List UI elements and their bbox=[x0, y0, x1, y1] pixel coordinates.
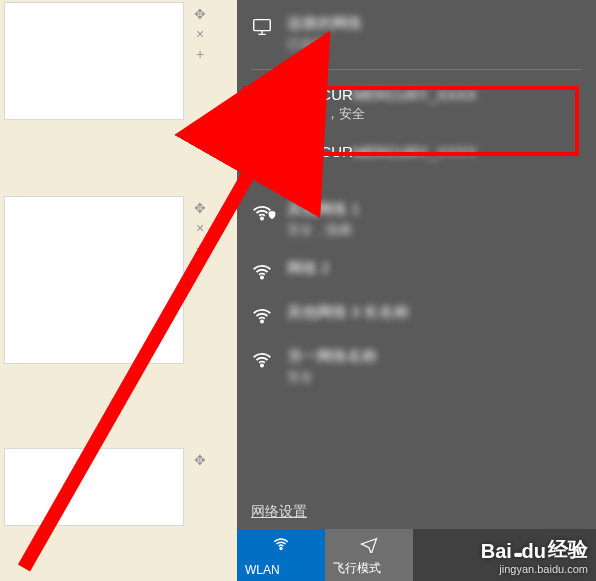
network-item[interactable]: 其他网络 1 安全，隐藏 bbox=[237, 190, 596, 249]
svg-point-4 bbox=[261, 276, 263, 278]
svg-point-2 bbox=[261, 160, 263, 162]
add-icon[interactable]: + bbox=[191, 45, 209, 63]
doc-block[interactable]: ✥ × + bbox=[4, 196, 184, 364]
network-status: 已连接 bbox=[287, 35, 362, 53]
network-settings-link[interactable]: 网络设置 bbox=[251, 503, 307, 521]
network-status: 安全 bbox=[287, 368, 377, 386]
move-handle-icon[interactable]: ✥ bbox=[191, 199, 209, 217]
move-handle-icon[interactable]: ✥ bbox=[191, 451, 209, 469]
airplane-icon bbox=[333, 535, 405, 553]
network-item[interactable]: MERCURMERCURY_YYYY 安全 bbox=[237, 133, 596, 190]
svg-point-7 bbox=[280, 548, 282, 550]
watermark-url: jingyan.baidu.com bbox=[481, 563, 588, 575]
wlan-tile[interactable]: WLAN bbox=[237, 529, 325, 581]
watermark-brand: Bai bbox=[481, 540, 512, 563]
svg-point-3 bbox=[261, 217, 263, 219]
wifi-icon bbox=[251, 305, 273, 327]
watermark: Bai ••• du 经验 jingyan.baidu.com bbox=[481, 536, 588, 575]
wifi-icon bbox=[245, 535, 317, 553]
network-status: 已连接，安全 bbox=[287, 105, 477, 123]
doc-block[interactable]: ✥ bbox=[4, 448, 184, 526]
tile-label: WLAN bbox=[245, 563, 317, 577]
network-flyout-panel: 连接的网络 已连接 MERCURMERCURY_XXXX 已连接，安全 MERC… bbox=[237, 0, 596, 581]
add-icon[interactable]: + bbox=[191, 239, 209, 257]
network-item[interactable]: 网络 2 bbox=[237, 249, 596, 293]
doc-block[interactable]: ✥ × + bbox=[4, 2, 184, 120]
wifi-icon bbox=[251, 145, 273, 167]
paw-icon: ••• bbox=[514, 547, 520, 563]
svg-rect-0 bbox=[254, 20, 271, 31]
move-handle-icon[interactable]: ✥ bbox=[191, 5, 209, 23]
svg-point-5 bbox=[261, 320, 263, 322]
svg-point-6 bbox=[261, 364, 263, 366]
network-name: 其他网络 3 长名称 bbox=[287, 303, 409, 322]
wifi-icon bbox=[251, 261, 273, 283]
svg-point-1 bbox=[261, 103, 263, 105]
remove-icon[interactable]: × bbox=[191, 219, 209, 237]
left-editor-area: ✥ × + ✥ × + ✥ bbox=[0, 0, 237, 581]
network-name: MERCURMERCURY_XXXX bbox=[287, 86, 477, 103]
shield-icon bbox=[267, 210, 277, 220]
network-item[interactable]: 另一网络名称 安全 bbox=[237, 337, 596, 396]
divider bbox=[251, 69, 582, 70]
network-item-connected[interactable]: MERCURMERCURY_XXXX 已连接，安全 bbox=[237, 76, 596, 133]
network-status: 安全 bbox=[287, 162, 477, 180]
remove-icon[interactable]: × bbox=[191, 25, 209, 43]
network-item[interactable]: 其他网络 3 长名称 bbox=[237, 293, 596, 337]
network-name: 连接的网络 bbox=[287, 14, 362, 33]
tile-label: 飞行模式 bbox=[333, 560, 405, 577]
airplane-mode-tile[interactable]: 飞行模式 bbox=[325, 529, 413, 581]
wifi-icon bbox=[251, 349, 273, 371]
network-status: 安全，隐藏 bbox=[287, 221, 360, 239]
network-item-current[interactable]: 连接的网络 已连接 bbox=[237, 4, 596, 63]
network-name: 其他网络 1 bbox=[287, 200, 360, 219]
watermark-brand: du bbox=[522, 540, 546, 563]
network-name: 网络 2 bbox=[287, 259, 330, 278]
wifi-icon bbox=[251, 88, 273, 110]
network-name: MERCURMERCURY_YYYY bbox=[287, 143, 477, 160]
pc-icon bbox=[251, 16, 273, 38]
watermark-brand: 经验 bbox=[548, 536, 588, 563]
network-name: 另一网络名称 bbox=[287, 347, 377, 366]
